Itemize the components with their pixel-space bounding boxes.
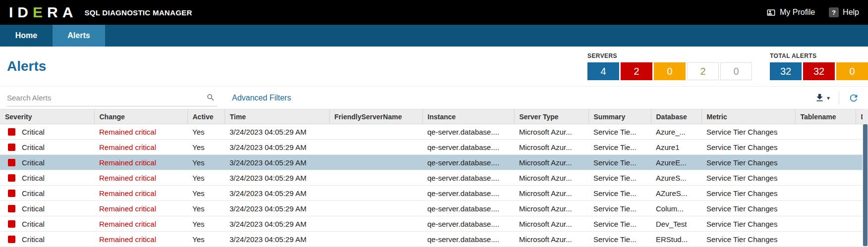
my-profile-label: My Profile [780,8,815,17]
table-row[interactable]: CriticalRemained criticalYes3/24/2023 04… [0,140,868,155]
tab-home[interactable]: Home [0,25,53,47]
column-header-change[interactable]: Change [94,109,187,124]
cell-instance: qe-server.database.... [422,201,514,216]
help-button[interactable]: ? Help [829,7,859,17]
severity-critical-icon [8,220,15,228]
cell-friendly-server-name [329,124,422,140]
cell-server-type: Microsoft Azur... [514,232,588,247]
cell-summary: Service Tie... [588,140,651,155]
servers-count-2[interactable]: 0 [654,62,686,80]
column-header-active[interactable]: Active [187,109,225,124]
toolbar: Advanced Filters ▾ [0,86,868,109]
cell-time: 3/24/2023 04:05:29 AM [225,216,329,232]
table-row[interactable]: CriticalRemained criticalYes3/24/2023 04… [0,216,868,232]
cell-database: AZureS... [651,186,701,201]
severity-label: Critical [22,204,45,213]
app-window: IDERA SQL DIAGNOSTIC MANAGER My Profile … [0,0,868,247]
my-profile-button[interactable]: My Profile [766,8,815,17]
severity-label: Critical [22,158,45,167]
cell-active: Yes [187,155,225,170]
cell-change: Remained critical [94,232,187,247]
top-bar: IDERA SQL DIAGNOSTIC MANAGER My Profile … [0,0,868,25]
servers-stat-group: SERVERS 42020 [587,52,752,80]
column-header-metric[interactable]: Metric [701,109,795,124]
cell-severity: Critical [0,186,94,201]
column-header-time[interactable]: Time [225,109,329,124]
table-row[interactable]: CriticalRemained criticalYes3/24/2023 04… [0,201,868,216]
cell-time: 3/24/2023 04:05:29 AM [225,170,329,186]
total-alerts-count-1[interactable]: 32 [803,62,835,80]
severity-label: Critical [22,220,45,228]
severity-label: Critical [22,189,45,198]
table-row[interactable]: CriticalRemained criticalYes3/24/2023 04… [0,232,868,247]
total-alerts-count-0[interactable]: 32 [770,62,802,80]
table-row[interactable]: CriticalRemained criticalYes3/24/2023 04… [0,155,868,170]
logo-letter: R [47,5,62,20]
cell-server-type: Microsoft Azur... [514,216,588,232]
column-header-friendlyservername[interactable]: FriendlyServerName [329,109,422,124]
cell-change: Remained critical [94,186,187,201]
cell-time: 3/24/2023 04:05:29 AM [225,140,329,155]
logo-letter: A [62,5,78,20]
alerts-table: SeverityChangeActiveTimeFriendlyServerNa… [0,109,868,247]
cell-summary: Service Tie... [588,124,651,140]
column-header-server-type[interactable]: Server Type [514,109,588,124]
cell-database: Colum... [651,201,701,216]
toolbar-divider [839,92,839,104]
column-header-instance[interactable]: Instance [422,109,514,124]
cell-server-type: Microsoft Azur... [514,201,588,216]
severity-label: Critical [22,128,45,136]
column-header-tablename[interactable]: Tablename [795,109,856,124]
cell-time: 3/24/2023 04:05:29 AM [225,201,329,216]
advanced-filters-link[interactable]: Advanced Filters [232,94,291,102]
cell-severity: Critical [0,170,94,186]
export-button[interactable]: ▾ [812,91,832,105]
column-header-summary[interactable]: Summary [588,109,651,124]
table-row[interactable]: CriticalRemained criticalYes3/24/2023 04… [0,124,868,140]
cell-severity: Critical [0,201,94,216]
cell-summary: Service Tie... [588,216,651,232]
column-header-database[interactable]: Database [651,109,701,124]
cell-summary: Service Tie... [588,186,651,201]
severity-critical-icon [8,190,15,197]
cell-metric: Service Tier Changes [701,140,795,155]
total-alerts-stat-group: TOTAL ALERTS 32320 [770,52,868,80]
servers-count-0[interactable]: 4 [587,62,619,80]
table-scrollbar[interactable] [863,109,868,247]
stats-panel: SERVERS 42020 TOTAL ALERTS 32320 [587,47,868,80]
total-alerts-counts: 32320 [770,62,868,80]
cell-tablename [795,124,856,140]
cell-summary: Service Tie... [588,201,651,216]
cell-database: ERStud... [651,232,701,247]
severity-critical-icon [8,205,15,212]
chevron-down-icon[interactable]: ▾ [827,95,830,101]
app-title: SQL DIAGNOSTIC MANAGER [84,8,192,17]
servers-counts: 42020 [587,62,752,80]
search-input[interactable] [7,94,204,102]
cell-time: 3/24/2023 04:05:29 AM [225,232,329,247]
cell-change: Remained critical [94,155,187,170]
cell-active: Yes [187,201,225,216]
table-row[interactable]: CriticalRemained criticalYes3/24/2023 04… [0,186,868,201]
cell-change: Remained critical [94,201,187,216]
table-row[interactable]: CriticalRemained criticalYes3/24/2023 04… [0,170,868,186]
page-title: Alerts [7,58,46,74]
column-header-severity[interactable]: Severity [0,109,94,124]
cell-friendly-server-name [329,201,422,216]
refresh-button[interactable] [846,91,861,105]
cell-metric: Service Tier Changes [701,232,795,247]
tab-alerts[interactable]: Alerts [53,25,105,47]
search-icon[interactable] [204,93,217,102]
servers-count-3[interactable]: 2 [687,62,719,80]
servers-count-4[interactable]: 0 [720,62,752,80]
total-alerts-count-2[interactable]: 0 [836,62,868,80]
cell-severity: Critical [0,140,94,155]
cell-active: Yes [187,216,225,232]
scrollbar-thumb[interactable] [863,124,868,246]
cell-instance: qe-server.database.... [422,155,514,170]
cell-active: Yes [187,232,225,247]
cell-metric: Service Tier Changes [701,216,795,232]
cell-database: Azure_... [651,124,701,140]
severity-critical-icon [8,174,15,182]
servers-count-1[interactable]: 2 [621,62,652,80]
